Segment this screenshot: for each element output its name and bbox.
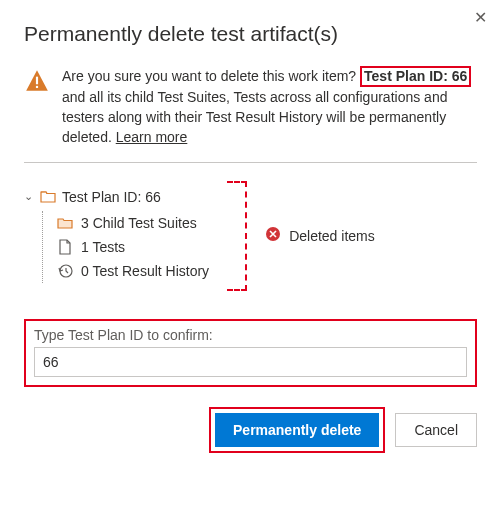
permanently-delete-button[interactable]: Permanently delete	[215, 413, 379, 447]
dialog-title: Permanently delete test artifact(s)	[24, 22, 477, 46]
cancel-button[interactable]: Cancel	[395, 413, 477, 447]
tree-root[interactable]: ⌄ Test Plan ID: 66	[24, 189, 209, 205]
close-icon[interactable]: ✕	[474, 10, 487, 26]
warning-message: Are you sure you want to delete this wor…	[62, 66, 477, 148]
deleted-items-text: Deleted items	[289, 228, 375, 244]
tree-item-label: 3 Child Test Suites	[81, 215, 197, 231]
dialog-footer: Permanently delete Cancel	[24, 407, 477, 453]
chevron-down-icon: ⌄	[24, 190, 34, 203]
svg-rect-1	[36, 86, 38, 88]
tree-root-label: Test Plan ID: 66	[62, 189, 161, 205]
artifact-tree: ⌄ Test Plan ID: 66 3 Child Test Suites 1…	[24, 189, 209, 283]
error-circle-icon	[265, 226, 281, 245]
tree-item-label: 0 Test Result History	[81, 263, 209, 279]
annotation-bracket	[227, 181, 247, 291]
tree-area: ⌄ Test Plan ID: 66 3 Child Test Suites 1…	[24, 181, 477, 291]
separator	[24, 162, 477, 163]
tree-item-tests[interactable]: 1 Tests	[57, 235, 209, 259]
tree-item-suites[interactable]: 3 Child Test Suites	[57, 211, 209, 235]
confirm-label: Type Test Plan ID to confirm:	[34, 327, 467, 343]
msg-pre: Are you sure you want to delete this wor…	[62, 68, 360, 84]
confirm-block: Type Test Plan ID to confirm:	[24, 319, 477, 387]
document-icon	[57, 239, 73, 255]
primary-button-highlight: Permanently delete	[209, 407, 385, 453]
tree-item-label: 1 Tests	[81, 239, 125, 255]
history-icon	[57, 263, 73, 279]
tree-item-history[interactable]: 0 Test Result History	[57, 259, 209, 283]
msg-highlight: Test Plan ID: 66	[360, 66, 471, 87]
deleted-items-label: Deleted items	[265, 226, 375, 245]
svg-rect-0	[36, 77, 38, 85]
tree-children: 3 Child Test Suites 1 Tests 0 Test Resul…	[42, 211, 209, 283]
folder-icon	[57, 215, 73, 231]
warning-row: Are you sure you want to delete this wor…	[24, 66, 477, 148]
learn-more-link[interactable]: Learn more	[116, 129, 188, 145]
confirm-input[interactable]	[34, 347, 467, 377]
folder-open-icon	[40, 189, 56, 205]
warning-icon	[24, 68, 50, 148]
